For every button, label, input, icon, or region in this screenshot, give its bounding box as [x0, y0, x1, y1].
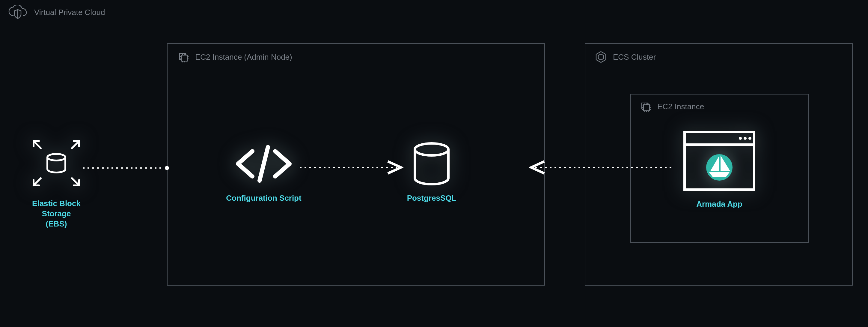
container-label: ECS Cluster [613, 53, 656, 62]
container-header-ec2-admin: EC2 Instance (Admin Node) [167, 44, 544, 67]
code-icon [231, 140, 297, 188]
hexagon-icon [594, 50, 608, 64]
storage-expand-icon [26, 133, 86, 193]
svg-line-32 [34, 141, 41, 148]
app-window-ship-icon [680, 128, 758, 194]
svg-point-41 [744, 137, 747, 140]
container-header-ec2-instance: EC2 Instance [631, 94, 808, 116]
node-label-ebs: Elastic Block Storage (EBS) [17, 199, 96, 229]
database-icon [408, 140, 456, 188]
cloud-shield-icon [8, 5, 28, 20]
svg-marker-16 [598, 54, 603, 60]
chip-icon [638, 99, 652, 114]
container-label: EC2 Instance [657, 102, 704, 111]
svg-line-36 [259, 147, 268, 181]
node-postgres: PostgresSQL [402, 140, 462, 203]
node-label-config-script: Configuration Script [226, 193, 301, 203]
node-label-postgres: PostgresSQL [407, 193, 457, 203]
node-config-script: Configuration Script [222, 140, 306, 203]
vpc-label: Virtual Private Cloud [34, 8, 105, 17]
node-armada: Armada App [677, 128, 761, 209]
svg-line-35 [72, 178, 79, 185]
node-label-armada: Armada App [696, 199, 742, 209]
svg-line-33 [72, 141, 79, 148]
vpc-header: Virtual Private Cloud [8, 5, 105, 20]
chip-icon [176, 50, 190, 64]
svg-point-31 [48, 154, 65, 160]
svg-point-37 [415, 143, 448, 155]
svg-line-34 [34, 178, 41, 185]
svg-rect-2 [181, 55, 187, 61]
container-header-ecs-cluster: ECS Cluster [585, 44, 852, 67]
svg-marker-15 [596, 52, 606, 62]
svg-rect-18 [644, 105, 650, 111]
svg-point-40 [739, 137, 742, 140]
node-ebs: Elastic Block Storage (EBS) [17, 133, 96, 229]
svg-point-42 [748, 137, 751, 140]
container-label: EC2 Instance (Admin Node) [195, 53, 292, 62]
